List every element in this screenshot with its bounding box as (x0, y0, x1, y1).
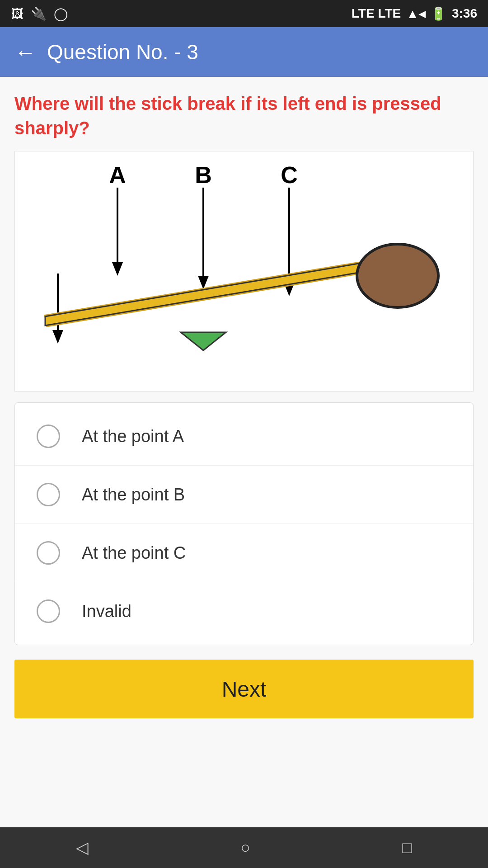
option-a-label: At the point A (82, 427, 184, 446)
usb-icon: 🔌 (31, 6, 47, 21)
option-b[interactable]: At the point B (15, 466, 473, 524)
option-d-label: Invalid (82, 602, 131, 621)
signal-icon: ▲◂ (406, 6, 425, 21)
radio-c[interactable] (37, 541, 60, 565)
nav-recent-button[interactable]: □ (402, 838, 412, 857)
options-container: At the point A At the point B At the poi… (14, 402, 474, 645)
svg-text:B: B (195, 162, 212, 188)
top-bar: ← Question No. - 3 (0, 27, 488, 77)
question-text: Where will the stick break if its left e… (14, 91, 474, 140)
radio-b[interactable] (37, 483, 60, 506)
battery-icon: 🔋 (431, 6, 446, 21)
svg-marker-10 (52, 330, 63, 344)
image-icon: 🖼 (11, 6, 23, 21)
nav-back-button[interactable]: ◁ (76, 838, 89, 857)
option-c[interactable]: At the point C (15, 524, 473, 582)
option-c-label: At the point C (82, 543, 186, 563)
main-content: Where will the stick break if its left e… (0, 77, 488, 827)
svg-text:A: A (109, 162, 126, 188)
svg-point-14 (357, 244, 438, 307)
time-label: 3:36 (452, 6, 477, 21)
status-bar: 🖼 🔌 ◯ LTE LTE ▲◂ 🔋 3:36 (0, 0, 488, 27)
next-button[interactable]: Next (14, 660, 474, 718)
option-d[interactable]: Invalid (15, 582, 473, 640)
option-a[interactable]: At the point A (15, 407, 473, 466)
option-b-label: At the point B (82, 485, 185, 505)
svg-marker-4 (112, 262, 123, 276)
nav-home-button[interactable]: ○ (240, 838, 250, 857)
status-left-icons: 🖼 🔌 ◯ (11, 6, 68, 21)
network-label: LTE LTE (352, 6, 401, 21)
page-title: Question No. - 3 (47, 40, 198, 64)
svg-text:C: C (281, 162, 298, 188)
svg-marker-13 (181, 332, 226, 350)
radio-d[interactable] (37, 599, 60, 623)
radio-a[interactable] (37, 425, 60, 448)
diagram-container: A B C (14, 151, 474, 392)
back-button[interactable]: ← (14, 40, 36, 65)
lever-diagram: A B C (27, 160, 461, 377)
status-right: LTE LTE ▲◂ 🔋 3:36 (352, 6, 477, 21)
nav-bar: ◁ ○ □ (0, 827, 488, 868)
sync-icon: ◯ (54, 6, 68, 21)
